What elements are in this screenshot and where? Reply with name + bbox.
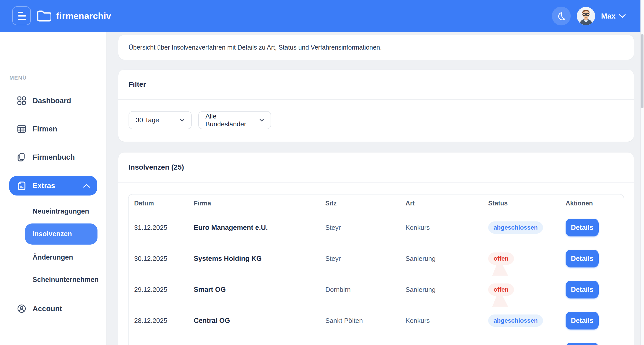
chevron-down-icon — [180, 119, 185, 122]
cell-sitz: Dornbirn — [325, 286, 405, 294]
timeframe-select-value: 30 Tage — [136, 116, 159, 124]
badge-tail — [492, 264, 508, 276]
column-header-firma: Firma — [194, 200, 325, 207]
cell-sitz: Sankt Pölten — [325, 317, 405, 325]
chevron-down-icon — [619, 14, 626, 18]
avatar[interactable] — [577, 7, 595, 25]
sidebar-subitem-label: Änderungen — [33, 253, 73, 261]
details-button[interactable]: Details — [566, 312, 599, 329]
column-header-sitz: Sitz — [325, 200, 405, 207]
state-select-value: Alle Bundesländer — [205, 112, 253, 128]
status-badge: offen — [488, 283, 514, 296]
cell-status: offen — [488, 252, 566, 265]
sidebar-subitem-insolvenzen[interactable]: Insolvenzen — [25, 223, 97, 245]
status-badge: abgeschlossen — [488, 221, 543, 234]
details-button[interactable]: Details — [566, 343, 599, 345]
sidebar-toggle-button[interactable] — [12, 6, 31, 25]
app-root: firmenarchiv — [0, 0, 644, 345]
cell-datum: 30.12.2025 — [134, 255, 194, 263]
sidebar: MENÜ Dashboard — [0, 32, 107, 345]
cell-aktionen: Details — [566, 312, 624, 329]
user-name: Max — [601, 12, 615, 20]
sidebar-item-label: Dashboard — [33, 97, 71, 105]
cell-sitz: Steyr — [325, 255, 405, 263]
table-row: 28.12.2025 Central OG Sankt Pölten Konku… — [129, 305, 624, 336]
status-badge: offen — [488, 252, 514, 265]
cell-datum: 31.12.2025 — [134, 224, 194, 232]
vertical-scrollbar[interactable] — [640, 0, 644, 345]
copy-icon — [17, 153, 26, 161]
timeframe-select[interactable]: 30 Tage — [129, 111, 192, 129]
cell-firma: Central OG — [194, 317, 325, 325]
cell-sitz: Steyr — [325, 224, 405, 232]
cell-firma: Euro Management e.U. — [194, 224, 325, 232]
cell-firma: Systems Holding KG — [194, 255, 325, 263]
dark-mode-toggle[interactable] — [552, 7, 571, 25]
table-row: 30.12.2025 Systems Holding KG Steyr Sani… — [129, 243, 624, 274]
column-header-status: Status — [488, 200, 566, 207]
cell-aktionen: Details — [566, 281, 624, 298]
column-header-aktionen: Aktionen — [566, 200, 624, 207]
details-button[interactable]: Details — [566, 281, 599, 298]
filter-controls: 30 Tage Alle Bundesländer — [118, 100, 634, 129]
cell-art: Sanierung — [405, 286, 488, 294]
cell-firma: Smart OG — [194, 286, 325, 294]
brand[interactable]: firmenarchiv — [36, 0, 111, 32]
app-title: firmenarchiv — [56, 11, 111, 21]
details-button[interactable]: Details — [566, 219, 599, 236]
sidebar-item-label: Firmen — [33, 125, 57, 133]
hamburger-icon — [18, 12, 23, 13]
table-row: 31.12.2025 Euro Management e.U. Steyr Ko… — [129, 212, 624, 243]
table-title: Insolvenzen (25) — [118, 153, 634, 183]
user-menu[interactable]: Max — [601, 12, 626, 20]
sidebar-subitem-label: Neueintragungen — [33, 207, 89, 215]
details-button[interactable]: Details — [566, 250, 599, 267]
cell-aktionen: Details — [566, 250, 624, 267]
folder-icon — [36, 10, 51, 22]
sidebar-item-extras[interactable]: Extras — [9, 176, 97, 196]
cell-aktionen: Details — [566, 219, 624, 236]
cell-aktionen: Details — [566, 343, 624, 345]
column-header-art: Art — [405, 200, 488, 207]
state-select[interactable]: Alle Bundesländer — [198, 111, 271, 129]
filter-card: Filter 30 Tage Alle Bundesländer — [118, 70, 634, 142]
chevron-down-icon — [259, 119, 264, 122]
header-right: Max — [552, 0, 626, 32]
column-header-datum: Datum — [134, 200, 194, 207]
cell-status: abgeschlossen — [488, 314, 566, 327]
cell-status: abgeschlossen — [488, 221, 566, 234]
table-row: 29.12.2025 Smart OG Dornbirn Sanierung o… — [129, 274, 624, 305]
table-row: 27.12.2025 Solutions OG Wels Zwangsausgl… — [129, 336, 624, 345]
cell-status: offen — [488, 283, 566, 296]
sidebar-subitem-label: Insolvenzen — [33, 230, 72, 238]
top-header: firmenarchiv — [0, 0, 644, 32]
user-circle-icon — [17, 304, 26, 313]
table-body: 31.12.2025 Euro Management e.U. Steyr Ko… — [129, 212, 624, 345]
badge-tail — [492, 295, 508, 307]
document-icon — [17, 182, 26, 190]
scrollbar-thumb[interactable] — [641, 34, 643, 108]
sidebar-item-dashboard[interactable]: Dashboard — [9, 91, 97, 111]
cell-art: Sanierung — [405, 255, 488, 263]
table-header-row: Datum Firma Sitz Art Status Aktionen — [129, 194, 624, 212]
cell-datum: 28.12.2025 — [134, 317, 194, 325]
page-description: Übersicht über Insolvenzverfahren mit De… — [129, 44, 382, 51]
sidebar-item-label: Firmenbuch — [33, 153, 75, 161]
sidebar-section-label: MENÜ — [9, 75, 27, 81]
description-card: Übersicht über Insolvenzverfahren mit De… — [118, 35, 634, 60]
sidebar-item-account[interactable]: Account — [9, 298, 97, 319]
sidebar-item-label: Account — [33, 305, 62, 313]
sidebar-subitem-aenderungen[interactable]: Änderungen — [25, 249, 97, 266]
sidebar-item-label: Extras — [33, 182, 55, 190]
grid-icon — [17, 96, 26, 105]
sidebar-subitem-neueintragungen[interactable]: Neueintragungen — [25, 203, 97, 220]
cell-datum: 29.12.2025 — [134, 286, 194, 294]
cell-art: Konkurs — [405, 317, 488, 325]
sidebar-item-firmen[interactable]: Firmen — [9, 119, 97, 139]
chevron-up-icon — [83, 184, 90, 188]
moon-icon — [556, 10, 567, 22]
sidebar-subitem-scheinunternehmen[interactable]: Scheinunternehmen — [25, 271, 97, 288]
cell-art: Konkurs — [405, 224, 488, 232]
filter-title: Filter — [118, 70, 634, 100]
sidebar-item-firmenbuch[interactable]: Firmenbuch — [9, 147, 97, 167]
